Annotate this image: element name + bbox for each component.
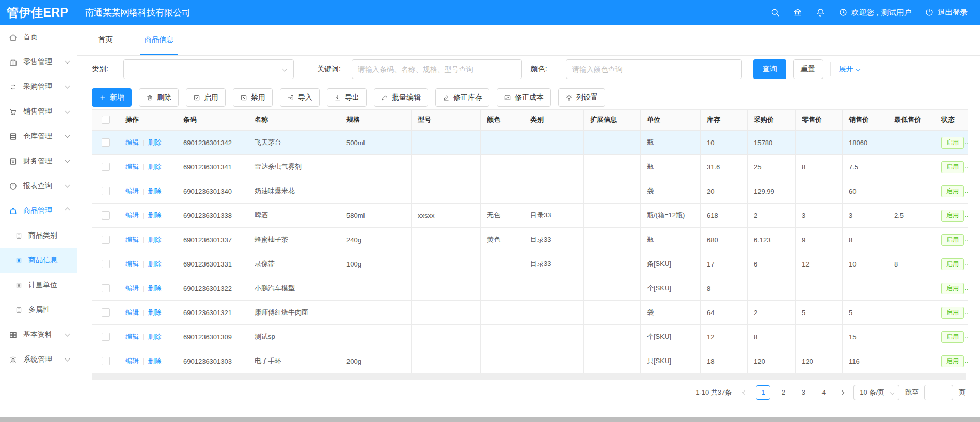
chevron-down-icon [856, 67, 860, 71]
cell-status: 启用 [935, 276, 968, 301]
sidebar-item-system[interactable]: 系统管理 [0, 347, 77, 372]
cell-barcode: 6901236301322 [177, 276, 248, 301]
tab-home[interactable]: 首页 [94, 25, 117, 55]
horizontal-scrollbar[interactable] [0, 417, 980, 422]
edit-link[interactable]: 编辑 [125, 308, 139, 316]
fix-cost-button-label: 修正成本 [515, 93, 544, 102]
delete-link[interactable]: 删除 [148, 357, 161, 365]
sidebar-item-purchase[interactable]: 采购管理 [0, 74, 77, 99]
page-size-select[interactable]: 10 条/页 [853, 385, 899, 400]
edit-link[interactable]: 编辑 [125, 187, 139, 195]
add-button[interactable]: 新增 [92, 88, 132, 107]
delete-link[interactable]: 删除 [148, 187, 161, 195]
sidebar-item-finance[interactable]: 财务管理 [0, 149, 77, 174]
cell-spec [340, 325, 412, 349]
prev-page-button[interactable] [739, 385, 750, 400]
row-checkbox[interactable] [102, 236, 110, 244]
edit-link[interactable]: 编辑 [125, 211, 139, 219]
delete-link[interactable]: 删除 [148, 333, 161, 340]
table-row: 编辑|删除6901236301337蜂蜜柚子茶240g黄色目录33瓶6806.1… [92, 228, 968, 252]
disable-button[interactable]: 禁用 [233, 88, 273, 107]
cell-model [412, 155, 481, 179]
delete-link[interactable]: 删除 [148, 284, 161, 292]
row-checkbox[interactable] [102, 211, 110, 220]
delete-link[interactable]: 删除 [148, 260, 161, 268]
delete-link[interactable]: 删除 [148, 308, 161, 316]
edit-link[interactable]: 编辑 [125, 260, 139, 268]
batch-edit-button[interactable]: 批量编辑 [374, 88, 428, 107]
color-input[interactable] [566, 59, 742, 79]
logout-button[interactable]: 退出登录 [925, 8, 968, 18]
search-icon[interactable] [770, 8, 780, 17]
row-checkbox[interactable] [102, 260, 110, 268]
page-button-2[interactable]: 2 [776, 385, 791, 400]
reset-button[interactable]: 重置 [793, 59, 823, 79]
cell-sale: 8 [843, 228, 888, 252]
bank-icon[interactable] [793, 8, 802, 17]
cell-category [524, 301, 584, 325]
export-button[interactable]: 导出 [327, 88, 367, 107]
sidebar-item-home[interactable]: 首页 [0, 25, 77, 50]
row-checkbox[interactable] [102, 138, 110, 147]
import-button[interactable]: 导入 [280, 88, 320, 107]
row-checkbox[interactable] [102, 163, 110, 171]
expand-link[interactable]: 展开 [839, 65, 860, 74]
delete-link[interactable]: 删除 [148, 163, 161, 170]
fix-cost-button[interactable]: 修正成本 [497, 88, 551, 107]
row-checkbox[interactable] [102, 187, 110, 195]
sidebar-item-measure-unit[interactable]: 计量单位 [0, 273, 77, 298]
page-button-4[interactable]: 4 [816, 385, 831, 400]
sidebar-item-multi-attribute[interactable]: 多属性 [0, 298, 77, 322]
page-button-3[interactable]: 3 [796, 385, 811, 400]
column-settings-button[interactable]: 列设置 [558, 88, 605, 107]
sidebar-item-retail[interactable]: 零售管理 [0, 50, 77, 74]
edit-link[interactable]: 编辑 [125, 236, 139, 243]
cart-icon [9, 107, 18, 116]
fix-stock-button[interactable]: 修正库存 [435, 88, 489, 107]
column-header: 采购价 [748, 110, 796, 131]
chevron-down-icon [65, 356, 70, 362]
row-checkbox[interactable] [102, 357, 110, 365]
delete-button[interactable]: 删除 [139, 88, 179, 107]
sidebar-item-sales[interactable]: 销售管理 [0, 99, 77, 124]
delete-link[interactable]: 删除 [148, 211, 161, 219]
keyword-input[interactable] [352, 59, 522, 79]
chart-icon [504, 94, 511, 101]
tab-goods-info[interactable]: 商品信息 [140, 25, 178, 55]
table-horizontal-scrollbar[interactable] [92, 373, 966, 380]
page-button-1[interactable]: 1 [756, 385, 770, 400]
category-select[interactable] [123, 59, 294, 79]
cell-spec: 100g [340, 252, 412, 276]
enable-button[interactable]: 启用 [186, 88, 226, 107]
table-row: 编辑|删除6901236301309测试sp个[SKU]12815启用 [92, 325, 968, 349]
sidebar-subitem-label: 商品信息 [28, 256, 57, 265]
cell-unit: 瓶 [641, 155, 701, 179]
edit-link[interactable]: 编辑 [125, 357, 139, 365]
delete-link[interactable]: 删除 [148, 236, 161, 243]
next-page-button[interactable] [836, 385, 848, 400]
bell-icon[interactable] [816, 8, 825, 17]
plus-icon [99, 94, 106, 101]
edit-link[interactable]: 编辑 [125, 138, 139, 146]
cell-sale: 10 [843, 252, 888, 276]
sidebar-item-reports[interactable]: 报表查询 [0, 174, 77, 198]
jump-input[interactable] [924, 385, 953, 400]
row-checkbox[interactable] [102, 284, 110, 292]
edit-link[interactable]: 编辑 [125, 284, 139, 292]
delete-link[interactable]: 删除 [148, 138, 161, 146]
select-all-checkbox[interactable] [102, 116, 110, 124]
cell-min [888, 131, 935, 155]
chevron-up-icon [65, 208, 70, 213]
edit-link[interactable]: 编辑 [125, 333, 139, 340]
search-button[interactable]: 查询 [753, 59, 786, 79]
sidebar-item-goods-category[interactable]: 商品类别 [0, 223, 77, 248]
sidebar-item-goods[interactable]: 商品管理 [0, 198, 77, 223]
row-checkbox[interactable] [102, 333, 110, 341]
sidebar-item-basic[interactable]: 基本资料 [0, 322, 77, 347]
row-checkbox[interactable] [102, 308, 110, 317]
sidebar-item-goods-info[interactable]: 商品信息 [0, 248, 77, 273]
edit-link[interactable]: 编辑 [125, 163, 139, 170]
chevron-down-icon [65, 59, 70, 64]
sidebar-item-warehouse[interactable]: 仓库管理 [0, 124, 77, 149]
cell-stock: 8 [701, 276, 748, 301]
